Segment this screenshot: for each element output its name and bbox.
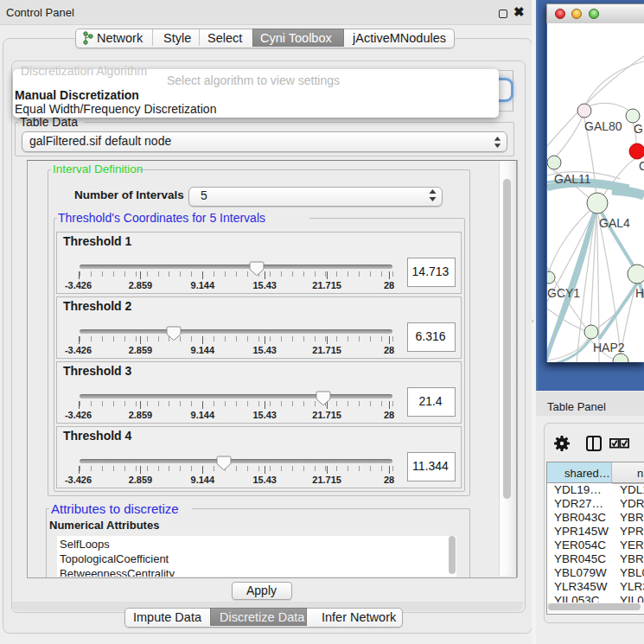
svg-text:G: G bbox=[639, 159, 644, 173]
svg-text:GAL4: GAL4 bbox=[599, 216, 630, 230]
svg-text:GCY1: GCY1 bbox=[547, 286, 580, 300]
svg-text:H: H bbox=[635, 286, 644, 300]
svg-text:HAP2: HAP2 bbox=[593, 341, 625, 354]
svg-text:G: G bbox=[634, 122, 643, 136]
svg-text:GAL11: GAL11 bbox=[554, 172, 591, 186]
svg-text:GAL80: GAL80 bbox=[584, 119, 622, 133]
